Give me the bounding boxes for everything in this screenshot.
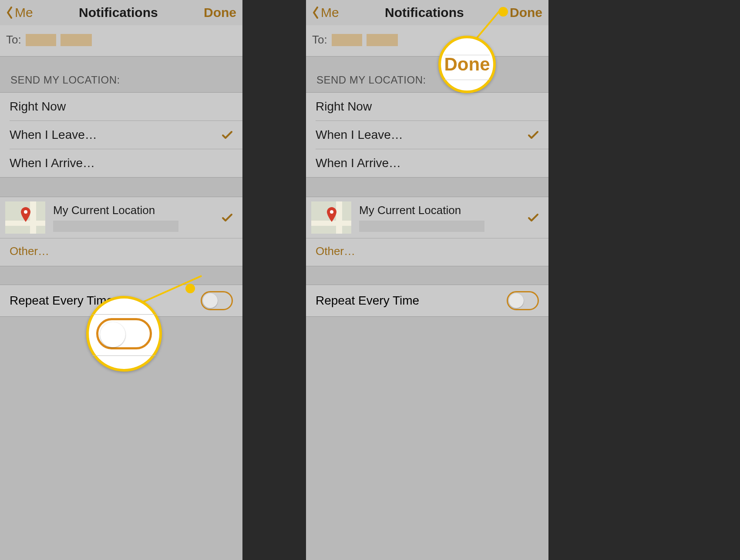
navbar: Me Notifications Done — [0, 0, 242, 25]
to-row: To: — [0, 25, 242, 57]
location-row[interactable]: My Current Location — [0, 197, 242, 238]
back-label: Me — [321, 5, 339, 20]
option-when-i-leave[interactable]: When I Leave… — [316, 121, 548, 149]
redacted-name — [367, 34, 398, 46]
svg-point-0 — [24, 210, 27, 214]
checkmark-icon — [528, 213, 539, 222]
send-options-list: Right Now When I Leave… When I Arrive… — [0, 92, 242, 178]
page-title: Notifications — [79, 5, 158, 20]
repeat-row: Repeat Every Time — [306, 285, 548, 316]
option-label: When I Arrive… — [316, 156, 401, 170]
option-label: When I Leave… — [10, 128, 97, 142]
navbar: Me Notifications Done — [306, 0, 548, 25]
svg-point-1 — [330, 210, 333, 214]
section-header-send: SEND MY LOCATION: — [0, 57, 242, 92]
other-location-button[interactable]: Other… — [0, 238, 242, 266]
location-title: My Current Location — [359, 204, 520, 217]
option-right-now[interactable]: Right Now — [306, 93, 548, 121]
back-button[interactable]: Me — [6, 5, 33, 20]
to-label: To: — [6, 33, 21, 47]
redacted-name — [61, 34, 92, 46]
done-button[interactable]: Done — [204, 5, 236, 20]
map-thumbnail — [311, 201, 351, 234]
option-label: When I Leave… — [316, 128, 403, 142]
option-label: Right Now — [316, 100, 372, 114]
page-title: Notifications — [385, 5, 464, 20]
option-when-i-leave[interactable]: When I Leave… — [10, 121, 242, 149]
checkmark-icon — [222, 130, 233, 140]
other-location-button[interactable]: Other… — [306, 238, 548, 266]
to-label: To: — [312, 33, 327, 47]
checkmark-icon — [528, 130, 539, 140]
map-pin-icon — [326, 207, 337, 222]
redacted-name — [332, 34, 362, 46]
chevron-left-icon — [6, 7, 13, 19]
chevron-left-icon — [312, 7, 319, 19]
option-label: When I Arrive… — [10, 156, 95, 170]
redacted-address — [53, 221, 178, 232]
location-row[interactable]: My Current Location — [306, 197, 548, 238]
location-title: My Current Location — [53, 204, 214, 217]
location-text: My Current Location — [359, 204, 520, 232]
repeat-row: Repeat Every Time — [0, 285, 242, 316]
option-right-now[interactable]: Right Now — [0, 93, 242, 121]
checkmark-icon — [222, 213, 233, 222]
redacted-name — [26, 34, 56, 46]
repeat-label: Repeat Every Time — [316, 294, 419, 308]
repeat-block: Repeat Every Time — [0, 285, 242, 317]
location-block: My Current Location Other… — [0, 197, 242, 266]
option-label: Right Now — [10, 100, 66, 114]
map-pin-icon — [20, 207, 31, 222]
option-when-i-arrive[interactable]: When I Arrive… — [10, 149, 242, 177]
empty-area — [0, 317, 242, 560]
location-text: My Current Location — [53, 204, 214, 232]
screen-left: Me Notifications Done To: SEND MY LOCATI… — [0, 0, 242, 560]
repeat-toggle[interactable] — [201, 291, 233, 310]
send-options-list: Right Now When I Leave… When I Arrive… — [306, 92, 548, 178]
empty-area — [306, 317, 548, 560]
option-when-i-arrive[interactable]: When I Arrive… — [316, 149, 548, 177]
repeat-toggle-zoom[interactable] — [96, 318, 152, 349]
location-block: My Current Location Other… — [306, 197, 548, 266]
redacted-address — [359, 221, 484, 232]
repeat-block: Repeat Every Time — [306, 285, 548, 317]
screen-right: Me Notifications Done To: SEND MY LOCATI… — [306, 0, 548, 560]
back-button[interactable]: Me — [312, 5, 339, 20]
back-label: Me — [15, 5, 33, 20]
repeat-toggle[interactable] — [507, 291, 539, 310]
section-header-send: SEND MY LOCATION: — [306, 57, 548, 92]
done-button[interactable]: Done — [510, 5, 542, 20]
repeat-label: Repeat Every Time — [10, 294, 113, 308]
map-thumbnail — [5, 201, 45, 234]
to-row: To: — [306, 25, 548, 57]
